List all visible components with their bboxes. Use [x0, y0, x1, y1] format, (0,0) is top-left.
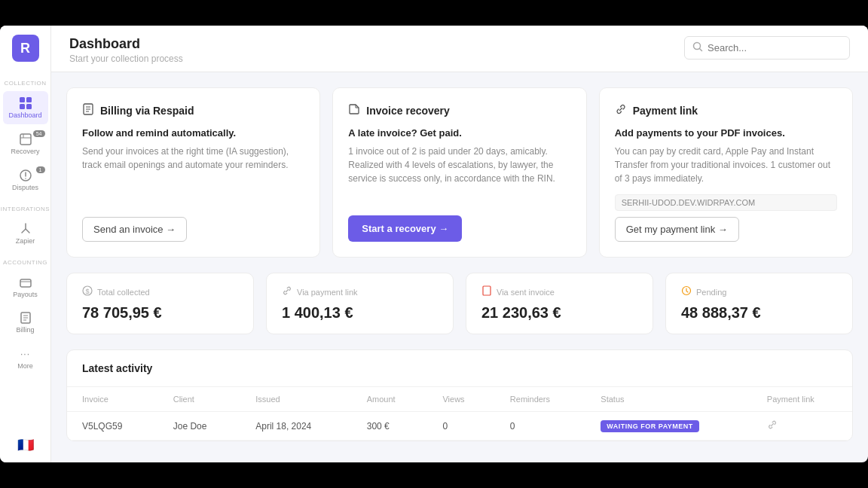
via-payment-link-value: 1 400,13 €: [282, 304, 438, 322]
row-client: Joe Doe: [158, 412, 241, 441]
search-icon: [692, 41, 703, 54]
invoice-recovery-card: Invoice recovery A late invoice? Get pai…: [332, 87, 586, 258]
svg-point-8: [25, 178, 26, 179]
row-views: 0: [427, 412, 494, 441]
accounting-section-label: ACCOUNTING: [0, 259, 50, 266]
col-payment-link: Payment link: [752, 387, 852, 412]
invoice-recovery-card-header: Invoice recovery: [348, 103, 570, 118]
row-reminders: 0: [495, 412, 585, 441]
svg-rect-4: [20, 134, 31, 145]
page-title: Dashboard: [69, 36, 183, 52]
invoice-recovery-card-desc: 1 invoice out of 2 is paid under 20 days…: [348, 145, 570, 185]
svg-rect-2: [20, 104, 25, 109]
send-invoice-button[interactable]: Send an invoice →: [82, 217, 187, 242]
zapier-icon: [18, 221, 33, 236]
pending-icon: [681, 285, 692, 298]
row-status: WAITING FOR PAYMENT: [585, 412, 751, 441]
payment-link-card-title: Payment link: [633, 105, 698, 117]
via-payment-link-label: Via payment link: [282, 285, 438, 298]
sidebar-item-billing[interactable]: Billing: [3, 306, 48, 339]
invoice-recovery-card-icon: [348, 103, 360, 118]
row-link-icon[interactable]: [767, 420, 778, 432]
row-issued: April 18, 2024: [240, 412, 351, 441]
row-invoice: V5LQG59: [67, 412, 158, 441]
stat-total-collected: $ Total collected 78 705,95 €: [66, 273, 254, 334]
svg-rect-1: [26, 97, 32, 102]
via-sent-invoice-label: Via sent invoice: [481, 285, 637, 298]
dollar-icon: $: [82, 285, 93, 298]
main-area: Dashboard Start your collection process: [51, 26, 868, 462]
header: Dashboard Start your collection process: [51, 26, 868, 72]
recovery-label: Recovery: [11, 148, 39, 156]
pending-value: 48 888,37 €: [681, 304, 837, 322]
billing-card-desc: Send your invoices at the right time (IA…: [82, 145, 304, 172]
sidebar-item-dashboard[interactable]: Dashboard: [3, 91, 48, 124]
sidebar-item-zapier[interactable]: Zapier: [3, 217, 48, 250]
billing-icon: [18, 310, 33, 325]
content-area: Billing via Respaid Follow and remind au…: [51, 72, 868, 462]
billing-card-icon: [82, 103, 94, 118]
invoice-recovery-card-bold: A late invoice? Get paid.: [348, 127, 570, 139]
invoice-recovery-card-title: Invoice recovery: [366, 105, 450, 117]
sidebar-item-disputes[interactable]: Disputes 1: [3, 163, 48, 197]
feature-cards: Billing via Respaid Follow and remind au…: [66, 87, 853, 258]
dashboard-icon: [18, 96, 33, 111]
stat-via-payment-link: Via payment link 1 400,13 €: [266, 273, 454, 334]
activity-table: Invoice Client Issued Amount Views Remin…: [67, 387, 852, 441]
dashboard-label: Dashboard: [8, 112, 41, 120]
app-logo[interactable]: R: [12, 35, 39, 62]
collection-section-label: COLLECTION: [0, 80, 50, 87]
status-badge: WAITING FOR PAYMENT: [601, 420, 699, 432]
svg-rect-0: [20, 97, 25, 102]
payment-link-card: Payment link Add payments to your PDF in…: [599, 87, 853, 258]
col-client: Client: [158, 387, 241, 412]
payouts-label: Payouts: [13, 291, 38, 299]
activity-section: Latest activity Invoice Client Issued Am…: [66, 349, 853, 441]
via-sent-invoice-value: 21 230,63 €: [481, 304, 637, 322]
stat-via-sent-invoice: Via sent invoice 21 230,63 €: [466, 273, 653, 334]
col-views: Views: [427, 387, 494, 412]
recovery-icon: [18, 132, 33, 147]
payouts-icon: [18, 275, 33, 290]
link-stat-icon: [282, 285, 292, 298]
stats-row: $ Total collected 78 705,95 €: [66, 273, 853, 334]
col-reminders: Reminders: [495, 387, 585, 412]
zapier-label: Zapier: [16, 238, 35, 246]
billing-label: Billing: [16, 327, 34, 334]
get-payment-link-button[interactable]: Get my payment link →: [615, 217, 739, 242]
col-amount: Amount: [352, 387, 428, 412]
billing-card-bold: Follow and remind automatically.: [82, 127, 304, 139]
stat-pending: Pending 48 888,37 €: [665, 273, 853, 334]
col-issued: Issued: [240, 387, 351, 412]
sidebar-item-payouts[interactable]: Payouts: [3, 270, 48, 303]
payment-link-card-icon: [615, 103, 627, 118]
sidebar-item-recovery[interactable]: Recovery 54: [3, 127, 48, 160]
payment-link-card-bold: Add payments to your PDF invoices.: [615, 127, 837, 139]
svg-rect-3: [26, 104, 32, 109]
header-text: Dashboard Start your collection process: [69, 36, 183, 64]
search-input[interactable]: [708, 42, 842, 53]
row-amount: 300 €: [352, 412, 428, 441]
disputes-icon: [18, 168, 33, 183]
svg-rect-22: [483, 286, 491, 295]
table-row[interactable]: V5LQG59 Joe Doe April 18, 2024 300 € 0 0…: [67, 412, 852, 441]
search-bar[interactable]: [684, 36, 850, 59]
disputes-badge: 1: [36, 166, 45, 173]
row-payment-link[interactable]: [752, 412, 852, 441]
pending-label: Pending: [681, 285, 837, 298]
billing-card-header: Billing via Respaid: [82, 103, 304, 118]
svg-text:$: $: [85, 288, 89, 295]
start-recovery-button[interactable]: Start a recovery →: [348, 215, 462, 242]
sidebar-item-more[interactable]: ··· More: [3, 342, 48, 375]
svg-rect-9: [20, 279, 31, 287]
more-icon: ···: [18, 346, 33, 361]
more-label: More: [17, 363, 33, 371]
total-collected-value: 78 705,95 €: [82, 304, 238, 322]
billing-card: Billing via Respaid Follow and remind au…: [66, 87, 320, 258]
invoice-stat-icon: [481, 285, 492, 298]
payment-link-card-header: Payment link: [615, 103, 837, 118]
page-subtitle: Start your collection process: [69, 53, 183, 64]
recovery-badge: 54: [33, 130, 45, 137]
payment-link-url: SERHII-UDOD.DEV.WIDRPAY.COM: [615, 194, 837, 211]
svg-line-15: [700, 49, 702, 51]
